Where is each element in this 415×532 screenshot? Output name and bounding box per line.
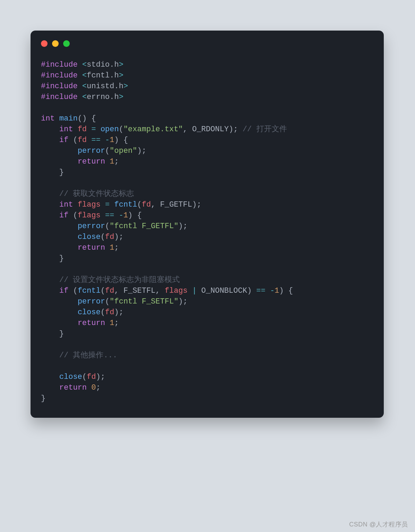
code-token: #include [41, 60, 78, 69]
code-token: ( [101, 308, 105, 317]
code-token: return [78, 319, 105, 327]
code-token: return [78, 157, 105, 166]
code-token: ); [137, 147, 146, 155]
code-token [73, 200, 77, 209]
code-token: O_NONBLOCK) [197, 286, 256, 295]
code-token: > [119, 93, 123, 101]
code-token [41, 351, 59, 360]
code-token [105, 157, 110, 166]
code-token: ( [101, 286, 105, 295]
code-token: // 其他操作... [59, 351, 117, 360]
code-token: "fcntl F_GETFL" [110, 222, 178, 231]
code-token: - [105, 136, 110, 144]
code-token: < [82, 71, 87, 80]
code-token: return [78, 243, 105, 252]
code-token: } [41, 330, 64, 338]
code-token [41, 297, 78, 306]
code-token: // 设置文件状态标志为非阻塞模式 [59, 276, 180, 284]
code-token: 1 [110, 243, 114, 252]
code-token: ); [114, 233, 123, 241]
code-token [101, 136, 105, 144]
code-token: fd [78, 125, 87, 134]
code-token: ; [114, 319, 119, 327]
close-icon[interactable] [41, 40, 48, 47]
code-token: < [82, 93, 87, 101]
code-token [41, 200, 59, 209]
code-token: "open" [110, 147, 137, 155]
code-token: - [270, 286, 274, 295]
code-token: < [82, 82, 87, 91]
code-token [110, 200, 114, 209]
code-token: ( [137, 200, 142, 209]
code-token: #include [41, 93, 78, 101]
code-token [78, 93, 82, 101]
code-token [41, 319, 78, 327]
code-token: "example.txt" [124, 125, 183, 134]
code-token [78, 82, 82, 91]
code-token: = [105, 200, 110, 209]
code-token [41, 211, 59, 220]
code-token [105, 319, 110, 327]
code-token [41, 233, 78, 241]
code-token: - [119, 211, 123, 220]
code-token: #include [41, 71, 78, 80]
code-token: ) { [128, 211, 142, 220]
code-token: ( [105, 147, 110, 155]
code-token [96, 125, 100, 134]
code-token: // 获取文件状态标志 [59, 190, 134, 198]
code-token: if [59, 136, 68, 144]
code-token: fd [105, 286, 114, 295]
code-token: ( [82, 373, 87, 381]
code-token [73, 125, 77, 134]
code-block: #include <stdio.h> #include <fcntl.h> #i… [41, 59, 373, 404]
code-token: ( [105, 222, 110, 231]
code-token: fcntl.h [87, 71, 119, 80]
code-token: , O_RDONLY); [183, 125, 243, 134]
code-token: > [119, 71, 123, 80]
code-token [78, 60, 82, 69]
code-token: stdio.h [87, 60, 119, 69]
code-token: perror [78, 222, 105, 231]
code-token: 1 [124, 211, 128, 220]
code-token: close [59, 373, 82, 381]
code-token: = [91, 125, 96, 134]
code-token: errno.h [87, 93, 119, 101]
code-token [41, 373, 59, 381]
code-token: ( [68, 211, 77, 220]
code-token: return [59, 383, 87, 392]
code-token: > [119, 60, 123, 69]
code-token [188, 286, 192, 295]
code-token: fcntl [114, 200, 137, 209]
code-token: } [41, 254, 64, 263]
code-token [87, 136, 91, 144]
code-token: ( [105, 297, 110, 306]
code-token: 1 [110, 136, 114, 144]
code-token: 1 [110, 319, 114, 327]
code-token [105, 243, 110, 252]
code-token: open [101, 125, 119, 134]
code-token: perror [78, 297, 105, 306]
code-token [41, 286, 59, 295]
code-token [41, 190, 59, 198]
code-token: fcntl [78, 286, 101, 295]
code-token: flags [78, 200, 101, 209]
code-token [101, 211, 105, 220]
minimize-icon[interactable] [52, 40, 59, 47]
code-token: fd [105, 308, 114, 317]
code-token: flags [78, 211, 101, 220]
code-token [41, 157, 78, 166]
zoom-icon[interactable] [63, 40, 70, 47]
code-token: ); [178, 222, 187, 231]
code-token: ( [68, 136, 77, 144]
code-token [87, 125, 91, 134]
code-token [55, 114, 59, 123]
code-token [41, 125, 59, 134]
code-token: ( [101, 233, 105, 241]
code-token: int [59, 125, 73, 134]
code-token: < [82, 60, 87, 69]
code-token: ( [119, 125, 123, 134]
code-token: ( [68, 286, 77, 295]
code-window: #include <stdio.h> #include <fcntl.h> #i… [31, 31, 384, 418]
code-token: == [105, 211, 114, 220]
code-token: if [59, 211, 68, 220]
